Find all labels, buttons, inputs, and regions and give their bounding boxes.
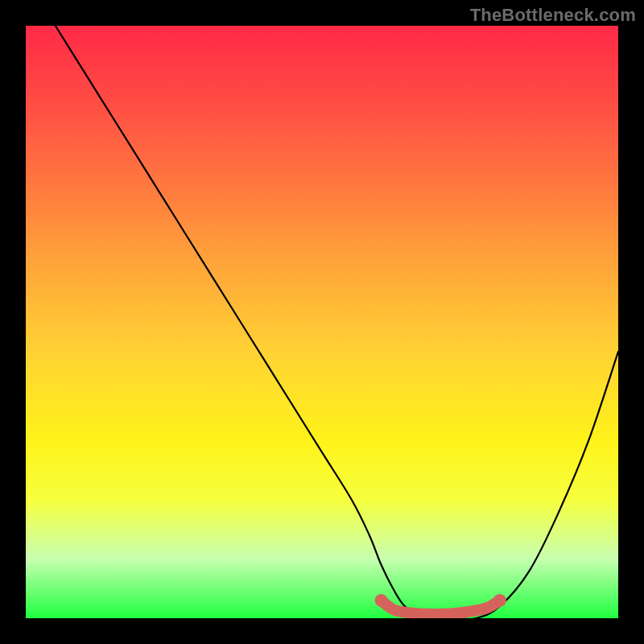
- watermark-text: TheBottleneck.com: [470, 5, 636, 26]
- optimal-marker-path: [382, 601, 500, 614]
- optimal-marker-end-left: [375, 594, 388, 607]
- chart-frame: TheBottleneck.com: [0, 0, 644, 644]
- plot-area: [26, 26, 618, 618]
- chart-svg: [26, 26, 618, 618]
- bottleneck-curve-path: [56, 26, 618, 618]
- optimal-marker-end-right: [493, 594, 506, 607]
